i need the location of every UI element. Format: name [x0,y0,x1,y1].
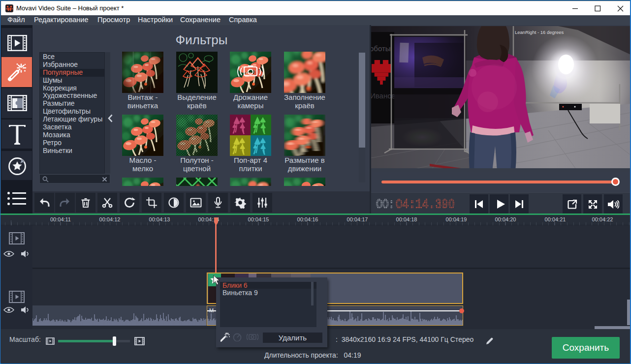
svg-text:O4:14.39O: O4:14.39O [396,197,455,211]
svg-text:оботы: оботы [371,44,391,53]
svg-text:LeanRight - 16 degrees: LeanRight - 16 degrees [515,30,564,35]
svg-text:OO:: OO: [376,197,395,211]
